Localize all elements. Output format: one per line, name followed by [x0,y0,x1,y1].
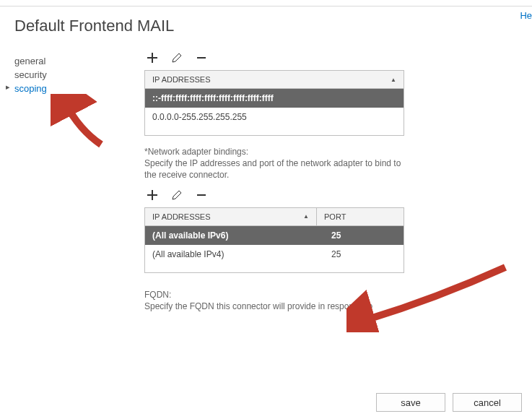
sidebar-item-scoping[interactable]: scoping [14,82,144,95]
help-link[interactable]: He [520,10,532,21]
fqdn-note: FQDN: Specify the FQDN this connector wi… [144,289,404,312]
remove-icon[interactable] [195,51,208,64]
bindings-header-ip[interactable]: IP ADDRESSES [152,212,211,221]
top-rule [0,6,532,7]
add-icon[interactable] [146,189,159,202]
remote-ip-row[interactable]: ::-ffff:ffff:ffff:ffff:ffff:ffff:ffff:ff… [145,89,404,108]
bindings-note-title: *Network adapter bindings: [144,147,248,157]
bindings-row[interactable]: (All available IPv4) 25 [145,245,404,264]
bindings-toolbar [144,189,409,202]
remote-ip-row[interactable]: 0.0.0.0-255.255.255.255 [145,108,404,126]
bindings-row[interactable]: (All available IPv6) 25 [145,226,404,245]
footer-buttons: save cancel [376,393,522,412]
bindings-note: *Network adapter bindings: Specify the I… [144,146,404,181]
edit-icon[interactable] [170,51,183,64]
sort-asc-icon[interactable]: ▲ [303,213,309,220]
page-title: Default Frontend MAIL [14,17,532,35]
fqdn-help: Specify the FQDN this connector will pro… [144,301,372,311]
sidebar-item-security[interactable]: security [14,68,144,82]
sort-asc-icon[interactable]: ▲ [391,77,396,83]
sidebar: general security scoping [14,51,144,95]
remote-ip-header[interactable]: IP ADDRESSES [152,75,211,84]
remote-ip-toolbar [144,51,409,64]
bindings-row-port: 25 [324,249,396,259]
add-icon[interactable] [146,51,159,64]
bindings-row-ip: (All available IPv4) [152,249,324,259]
bindings-row-ip: (All available IPv6) [152,230,324,241]
bindings-header-port[interactable]: PORT [324,212,346,221]
bindings-row-port: 25 [324,230,396,241]
main-content: IP ADDRESSES ▲ ::-ffff:ffff:ffff:ffff:ff… [144,51,532,319]
sidebar-item-general[interactable]: general [14,54,144,68]
save-button[interactable]: save [376,393,445,412]
remote-ip-list: IP ADDRESSES ▲ ::-ffff:ffff:ffff:ffff:ff… [144,70,404,136]
cancel-button[interactable]: cancel [453,393,522,412]
edit-icon[interactable] [170,189,183,202]
bindings-list: IP ADDRESSES ▲ PORT (All available IPv6)… [144,207,404,273]
bindings-note-body: Specify the IP addresses and port of the… [144,158,401,180]
remove-icon[interactable] [195,189,208,202]
fqdn-label: FQDN: [144,290,171,300]
